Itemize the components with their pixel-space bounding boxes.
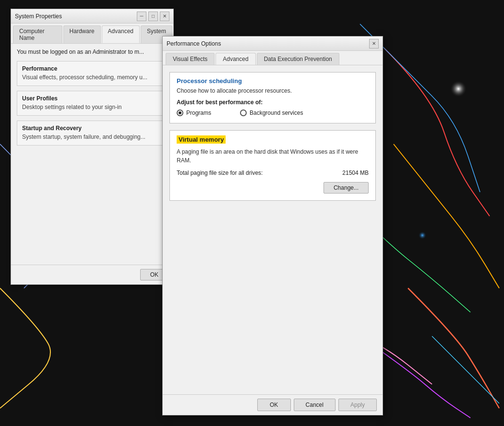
adjust-label: Adjust for best performance of: xyxy=(177,99,369,106)
sys-props-content: You must be logged on as an Administrato… xyxy=(11,44,173,265)
window-controls: ─ □ ✕ xyxy=(137,12,169,21)
perf-options-title: Performance Options xyxy=(167,40,221,47)
sys-props-tab-bar: Computer Name Hardware Advanced System xyxy=(11,24,173,44)
paging-file-value: 21504 MB xyxy=(342,170,369,176)
perf-window-controls: ✕ xyxy=(369,39,379,49)
admin-info-text: You must be logged on as an Administrato… xyxy=(17,49,168,55)
perf-close-button[interactable]: ✕ xyxy=(369,39,379,49)
minimize-button[interactable]: ─ xyxy=(137,12,146,21)
tab-hardware[interactable]: Hardware xyxy=(63,25,101,43)
user-profiles-desc: Desktop settings related to your sign-in xyxy=(22,104,162,110)
virtual-memory-desc: A paging file is an area on the hard dis… xyxy=(177,147,369,165)
tab-computer-name[interactable]: Computer Name xyxy=(13,25,62,43)
perf-footer: OK Cancel Apply xyxy=(163,394,383,415)
startup-recovery-desc: System startup, system failure, and debu… xyxy=(22,134,162,140)
perf-ok-button[interactable]: OK xyxy=(257,399,291,411)
virtual-memory-label: Virtual memory xyxy=(177,135,226,144)
user-profiles-section: User Profiles Desktop settings related t… xyxy=(17,91,168,116)
processor-scheduling-section: Processor scheduling Choose how to alloc… xyxy=(169,72,376,123)
perf-tab-bar: Visual Effects Advanced Data Execution P… xyxy=(163,51,383,65)
radio-programs-circle[interactable] xyxy=(177,110,183,116)
radio-programs-label: Programs xyxy=(186,110,211,116)
tab-advanced[interactable]: Advanced xyxy=(102,25,140,43)
performance-section: Performance Visual effects, processor sc… xyxy=(17,61,168,86)
maximize-button[interactable]: □ xyxy=(148,12,158,21)
radio-background-circle[interactable] xyxy=(240,110,247,116)
virtual-memory-section: Virtual memory A paging file is an area … xyxy=(169,130,376,201)
perf-cancel-button[interactable]: Cancel xyxy=(294,399,336,411)
tab-data-execution[interactable]: Data Execution Prevention xyxy=(257,53,339,65)
tab-visual-effects[interactable]: Visual Effects xyxy=(166,53,215,65)
system-properties-title: System Properties xyxy=(15,13,62,20)
startup-recovery-title: Startup and Recovery xyxy=(22,125,162,132)
processor-scheduling-desc: Choose how to allocate processor resourc… xyxy=(177,87,369,94)
performance-section-title: Performance xyxy=(22,65,162,72)
radio-programs[interactable]: Programs xyxy=(177,110,211,116)
system-properties-window: System Properties ─ □ ✕ Computer Name Ha… xyxy=(11,9,174,285)
sys-props-footer: OK xyxy=(11,265,173,284)
radio-background-services[interactable]: Background services xyxy=(240,110,303,116)
perf-options-titlebar: Performance Options ✕ xyxy=(163,37,383,51)
paging-file-row: Total paging file size for all drives: 2… xyxy=(177,170,369,176)
processor-scheduling-title: Processor scheduling xyxy=(177,77,369,85)
paging-file-label: Total paging file size for all drives: xyxy=(177,170,263,176)
perf-apply-button[interactable]: Apply xyxy=(338,399,377,411)
performance-section-desc: Visual effects, processor scheduling, me… xyxy=(22,74,162,81)
perf-options-content: Processor scheduling Choose how to alloc… xyxy=(163,65,383,394)
tab-advanced-perf[interactable]: Advanced xyxy=(216,53,255,65)
close-button[interactable]: ✕ xyxy=(160,12,169,21)
radio-group: Programs Background services xyxy=(177,110,369,116)
user-profiles-title: User Profiles xyxy=(22,95,162,102)
system-properties-titlebar: System Properties ─ □ ✕ xyxy=(11,9,173,24)
performance-options-window: Performance Options ✕ Visual Effects Adv… xyxy=(162,36,383,415)
radio-background-label: Background services xyxy=(250,110,303,116)
change-button[interactable]: Change... xyxy=(324,182,369,194)
startup-recovery-section: Startup and Recovery System startup, sys… xyxy=(17,121,168,146)
